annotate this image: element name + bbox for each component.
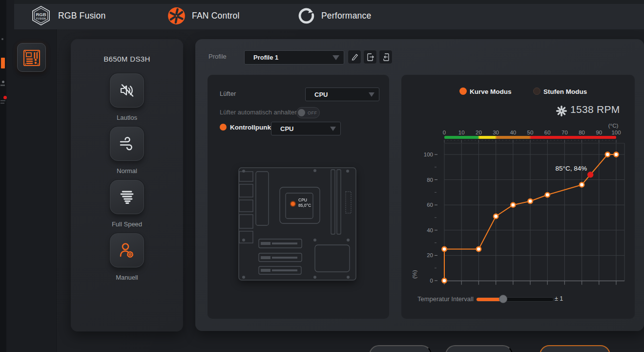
edge-accent-mark <box>1 58 5 68</box>
fan-curve-panel: Kurve Modus Stufen Modus <box>401 75 635 319</box>
fan-select-dropdown[interactable]: CPU <box>305 88 379 101</box>
tornado-icon <box>118 188 136 206</box>
svg-text:FUSION: FUSION <box>36 18 46 20</box>
edge-mark <box>0 103 4 104</box>
app-window: RGB FUSION RGB Fusion FAN Control <box>0 0 644 352</box>
x-axis-unit: (°C) <box>608 123 619 129</box>
mode-item-full-speed: Full Speed <box>71 180 183 228</box>
motherboard-icon <box>22 48 41 67</box>
x-tick-label: 60 <box>544 130 551 135</box>
control-point-dropdown[interactable]: CPU <box>271 122 341 135</box>
toggle-state-label: OFF <box>308 110 317 115</box>
control-point-dot <box>220 124 227 131</box>
profile-dropdown[interactable]: Profile 1 <box>244 50 344 65</box>
device-card: B650M DS3H Lautlos <box>71 39 183 331</box>
pencil-icon <box>351 53 358 62</box>
radio-kurve-modus[interactable] <box>459 88 467 95</box>
fan-settings-panel: Lüfter CPU Lüfter automatisch anhalten O… <box>208 75 389 319</box>
reset-button[interactable]: Rücksetzen <box>369 345 432 352</box>
fan-rpm-value: 1538 RPM <box>570 104 620 115</box>
current-temp-point <box>587 172 593 177</box>
cpu-sensor-temp: 85,0°C <box>298 203 311 208</box>
sidebar-item-motherboard[interactable] <box>17 43 46 72</box>
temperature-gradient-bar <box>444 136 616 139</box>
x-tick-label: 100 <box>611 130 621 135</box>
apply-button[interactable]: Anwenden <box>540 345 610 352</box>
cpu-sensor-dot[interactable] <box>290 201 296 207</box>
mode-button-lautlos[interactable] <box>110 73 144 108</box>
tab-label: FAN Control <box>192 11 240 21</box>
device-title: B650M DS3H <box>71 55 183 63</box>
x-tick-label: 90 <box>596 130 602 135</box>
curve-point[interactable] <box>511 203 515 207</box>
temp-interval-label: Temperatur Intervall <box>417 295 474 303</box>
fan-select-label: Lüfter <box>220 90 236 97</box>
person-gear-icon <box>118 241 136 260</box>
edge-record-dot <box>3 96 7 99</box>
curve-point[interactable] <box>605 152 610 156</box>
fan-curve-chart[interactable]: 0102030405060708090100(°C)020406080100(%… <box>401 121 635 290</box>
performance-icon <box>298 7 315 24</box>
mode-label: Lautlos <box>117 114 137 121</box>
radio-stufen-modus[interactable] <box>533 88 540 95</box>
mode-item-lautlos: Lautlos <box>71 73 183 121</box>
auto-stop-toggle[interactable]: OFF <box>296 107 320 118</box>
x-tick-label: 30 <box>493 130 499 135</box>
edge-mark <box>0 85 5 86</box>
toggle-knob <box>298 109 305 116</box>
temp-interval-slider[interactable] <box>476 297 554 302</box>
curve-point[interactable] <box>442 278 446 283</box>
mode-button-normal[interactable] <box>110 127 144 161</box>
y-tick-label: 20 <box>427 252 433 258</box>
fan-rpm-icon <box>556 105 567 117</box>
curve-point[interactable] <box>494 214 498 219</box>
control-point-value: CPU <box>271 125 330 132</box>
edit-profile-button[interactable] <box>348 50 361 64</box>
curve-point[interactable] <box>442 247 446 251</box>
radio-stufen-label[interactable]: Stufen Modus <box>543 88 587 95</box>
mute-icon <box>118 82 136 99</box>
edge-mark <box>2 81 4 83</box>
x-tick-label: 80 <box>579 130 585 135</box>
curve-point[interactable] <box>614 152 618 156</box>
curve-point[interactable] <box>477 247 481 251</box>
edge-mark <box>0 100 5 101</box>
tab-label: Performance <box>321 11 371 21</box>
curve-point[interactable] <box>545 193 550 197</box>
tab-performance[interactable]: Performance <box>298 4 371 27</box>
radio-kurve-label[interactable]: Kurve Modus <box>470 88 512 95</box>
motherboard-drawing <box>238 166 360 283</box>
svg-text:RGB: RGB <box>36 12 46 17</box>
mode-item-normal: Normal <box>71 127 183 175</box>
topbar: RGB FUSION RGB Fusion FAN Control <box>6 0 644 29</box>
file-export-icon <box>366 53 374 62</box>
import-profile-button[interactable] <box>379 50 393 64</box>
cpu-sensor-label: CPU 85,0°C <box>298 198 311 208</box>
default-button[interactable]: Default <box>445 345 513 352</box>
chevron-down-icon <box>332 55 339 60</box>
control-point-label: Kontrollpunkt <box>230 124 273 131</box>
wind-icon <box>118 135 136 153</box>
profile-dropdown-value: Profile 1 <box>245 54 332 61</box>
tab-fan-control[interactable]: FAN Control <box>167 4 240 27</box>
curve-point[interactable] <box>528 199 532 203</box>
mode-button-manuell[interactable] <box>110 233 144 267</box>
curve-point[interactable] <box>580 182 584 187</box>
x-tick-label: 20 <box>476 130 482 135</box>
slider-thumb[interactable] <box>499 295 507 303</box>
x-tick-label: 70 <box>561 130 568 135</box>
fan-select-value: CPU <box>306 91 369 98</box>
x-tick-label: 40 <box>510 130 516 135</box>
chevron-down-icon <box>330 127 336 131</box>
fan-icon <box>167 7 186 25</box>
export-profile-button[interactable] <box>363 50 377 64</box>
x-tick-label: 10 <box>458 130 465 135</box>
left-nav <box>6 0 57 352</box>
current-point-label: 85°C, 84% <box>556 165 587 172</box>
mode-button-full-speed[interactable] <box>110 180 144 214</box>
y-tick-label: 0 <box>430 278 433 284</box>
tab-rgb-fusion[interactable]: RGB FUSION RGB Fusion <box>30 4 105 27</box>
rgb-fusion-logo-icon: RGB FUSION <box>30 5 52 26</box>
screen-edge-strip <box>0 0 6 352</box>
auto-stop-label: Lüfter automatisch anhalten <box>220 109 298 116</box>
